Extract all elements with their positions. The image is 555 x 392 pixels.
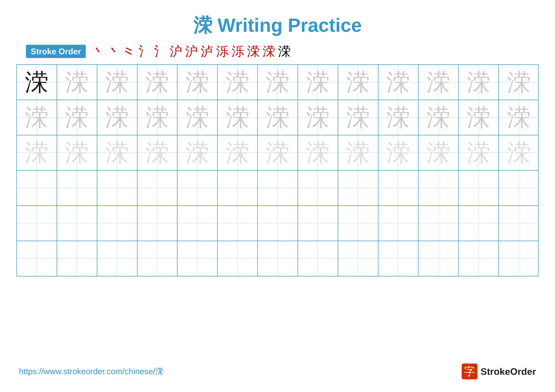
grid-cell[interactable]: 溁 <box>499 100 539 135</box>
grid-cell[interactable] <box>298 171 338 205</box>
grid-row-6 <box>17 241 538 276</box>
grid-cell[interactable]: 溁 <box>17 65 57 100</box>
grid-cell[interactable]: 溁 <box>379 135 419 170</box>
grid-cell[interactable] <box>97 206 138 241</box>
grid-cell[interactable]: 溁 <box>97 135 138 170</box>
stroke-11: 溁 <box>247 45 260 58</box>
grid-cell[interactable]: 溁 <box>258 100 298 135</box>
stroke-5: 氵 <box>154 45 167 58</box>
practice-char: 溁 <box>386 141 410 165</box>
practice-char: 溁 <box>186 70 209 94</box>
grid-cell[interactable]: 溁 <box>298 65 338 100</box>
grid-cell[interactable] <box>459 171 499 205</box>
grid-cell[interactable] <box>57 241 97 276</box>
grid-row-1: 溁 溁 溁 溁 溁 溁 溁 溁 溁 溁 溁 溁 溁 <box>17 65 538 100</box>
grid-cell[interactable]: 溁 <box>97 100 138 135</box>
practice-char: 溁 <box>105 106 129 129</box>
grid-row-4 <box>17 171 538 206</box>
grid-cell[interactable]: 溁 <box>459 100 499 135</box>
grid-cell[interactable] <box>379 206 419 241</box>
grid-cell[interactable] <box>97 171 138 205</box>
practice-char: 溁 <box>226 106 249 129</box>
grid-cell[interactable]: 溁 <box>138 135 178 170</box>
practice-char: 溁 <box>65 70 89 94</box>
logo-icon: 字 <box>462 363 477 379</box>
grid-cell[interactable] <box>379 241 419 276</box>
logo-text: StrokeOrder <box>481 366 536 377</box>
grid-cell[interactable] <box>459 241 499 276</box>
grid-cell[interactable]: 溁 <box>338 135 379 170</box>
grid-cell[interactable] <box>97 241 138 276</box>
grid-cell[interactable]: 溁 <box>57 65 97 100</box>
grid-cell[interactable] <box>418 241 459 276</box>
stroke-9: 泺 <box>216 45 229 58</box>
grid-cell[interactable]: 溁 <box>17 135 57 170</box>
grid-cell[interactable] <box>418 206 459 241</box>
grid-cell[interactable]: 溁 <box>218 135 258 170</box>
grid-cell[interactable] <box>57 206 97 241</box>
grid-cell[interactable]: 溁 <box>338 100 379 135</box>
grid-cell[interactable] <box>17 241 57 276</box>
practice-char: 溁 <box>105 70 129 94</box>
grid-cell[interactable]: 溁 <box>97 65 138 100</box>
practice-char: 溁 <box>346 106 370 129</box>
grid-cell[interactable] <box>218 206 258 241</box>
grid-cell[interactable]: 溁 <box>338 65 379 100</box>
grid-cell[interactable]: 溁 <box>258 65 298 100</box>
grid-cell[interactable]: 溁 <box>499 65 539 100</box>
grid-cell[interactable] <box>499 171 539 205</box>
grid-cell[interactable]: 溁 <box>379 100 419 135</box>
grid-cell[interactable]: 溁 <box>459 135 499 170</box>
grid-cell[interactable] <box>138 171 178 205</box>
grid-cell[interactable] <box>499 241 539 276</box>
footer: https://www.strokeorder.com/chinese/溁 字 … <box>0 363 555 379</box>
grid-cell[interactable] <box>338 206 379 241</box>
grid-cell[interactable] <box>177 206 218 241</box>
grid-cell[interactable]: 溁 <box>57 100 97 135</box>
grid-cell[interactable] <box>258 206 298 241</box>
grid-cell[interactable]: 溁 <box>177 100 218 135</box>
footer-url[interactable]: https://www.strokeorder.com/chinese/溁 <box>19 366 163 377</box>
grid-cell[interactable] <box>379 171 419 205</box>
grid-cell[interactable]: 溁 <box>17 100 57 135</box>
grid-cell[interactable] <box>459 206 499 241</box>
grid-cell[interactable]: 溁 <box>138 65 178 100</box>
practice-char: 溁 <box>266 106 290 129</box>
grid-cell[interactable] <box>338 171 379 205</box>
grid-cell[interactable] <box>338 241 379 276</box>
stroke-2: 丶 <box>108 45 120 58</box>
grid-cell[interactable]: 溁 <box>418 65 459 100</box>
grid-cell[interactable]: 溁 <box>57 135 97 170</box>
grid-cell[interactable] <box>218 171 258 205</box>
grid-cell[interactable]: 溁 <box>258 135 298 170</box>
stroke-8: 泸 <box>201 45 213 58</box>
grid-cell[interactable]: 溁 <box>218 100 258 135</box>
grid-cell[interactable]: 溁 <box>499 135 539 170</box>
grid-cell[interactable] <box>177 241 218 276</box>
grid-cell[interactable] <box>499 206 539 241</box>
grid-cell[interactable]: 溁 <box>298 135 338 170</box>
grid-cell[interactable] <box>258 241 298 276</box>
grid-cell[interactable]: 溁 <box>298 100 338 135</box>
grid-cell[interactable] <box>218 241 258 276</box>
grid-cell[interactable]: 溁 <box>218 65 258 100</box>
grid-cell[interactable] <box>177 171 218 205</box>
grid-cell[interactable]: 溁 <box>418 100 459 135</box>
grid-cell[interactable] <box>138 241 178 276</box>
grid-cell[interactable]: 溁 <box>177 65 218 100</box>
grid-cell[interactable] <box>17 171 57 205</box>
practice-char: 溁 <box>145 106 169 129</box>
grid-cell[interactable]: 溁 <box>177 135 218 170</box>
grid-cell[interactable]: 溁 <box>138 100 178 135</box>
grid-cell[interactable] <box>298 206 338 241</box>
grid-cell[interactable] <box>138 206 178 241</box>
grid-cell[interactable] <box>17 206 57 241</box>
grid-cell[interactable] <box>418 171 459 205</box>
grid-cell[interactable] <box>298 241 338 276</box>
grid-cell[interactable] <box>57 171 97 205</box>
practice-char: 溁 <box>145 141 169 165</box>
grid-cell[interactable] <box>258 171 298 205</box>
grid-cell[interactable]: 溁 <box>418 135 459 170</box>
grid-cell[interactable]: 溁 <box>459 65 499 100</box>
grid-cell[interactable]: 溁 <box>379 65 419 100</box>
